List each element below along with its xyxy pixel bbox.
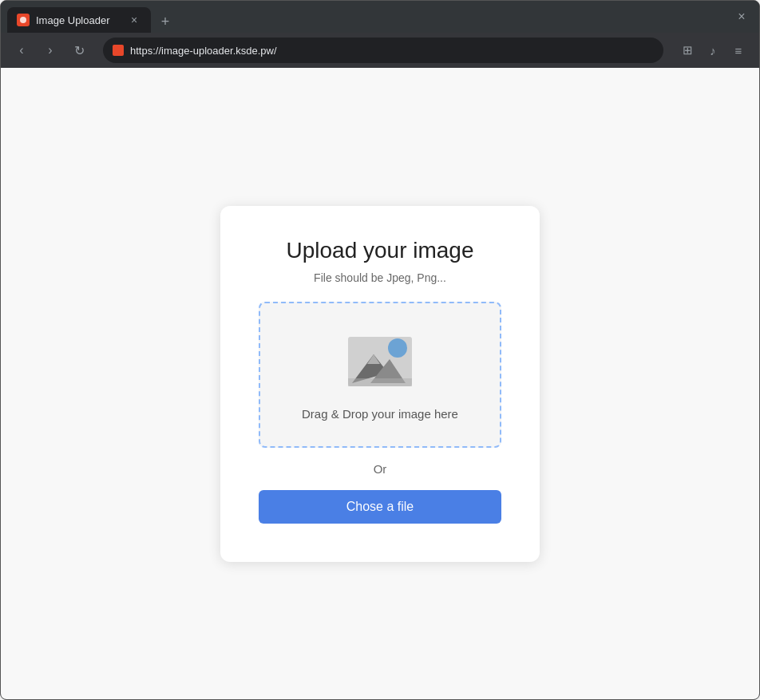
music-icon[interactable]: ♪: [702, 39, 724, 61]
address-favicon-icon: [113, 45, 124, 56]
svg-point-1: [388, 338, 407, 358]
or-divider: Or: [374, 462, 387, 476]
active-tab[interactable]: Image Uploader ×: [7, 7, 151, 33]
page-content: Upload your image File should be Jpeg, P…: [1, 68, 759, 699]
new-tab-button[interactable]: +: [154, 10, 176, 33]
window-close-button[interactable]: ×: [730, 6, 753, 28]
back-button[interactable]: ‹: [10, 39, 33, 61]
extensions-icon[interactable]: ⊞: [676, 39, 699, 61]
image-placeholder-icon: [340, 329, 420, 393]
toolbar: ‹ › ↻ https://image-uploader.ksde.pw/ ⊞ …: [1, 33, 759, 68]
upload-subtitle: File should be Jpeg, Png...: [314, 271, 446, 284]
drop-zone-text: Drag & Drop your image here: [302, 407, 458, 421]
drop-zone[interactable]: Drag & Drop your image here: [259, 302, 501, 448]
toolbar-icons: ⊞ ♪ ≡: [676, 39, 750, 61]
forward-button[interactable]: ›: [39, 39, 61, 61]
address-bar[interactable]: https://image-uploader.ksde.pw/: [103, 38, 663, 63]
tab-area: Image Uploader × +: [7, 1, 730, 33]
menu-icon[interactable]: ≡: [727, 39, 750, 61]
upload-card: Upload your image File should be Jpeg, P…: [220, 206, 540, 562]
choose-file-button[interactable]: Chose a file: [259, 490, 501, 524]
tab-favicon-icon: [17, 14, 30, 26]
tab-close-icon[interactable]: ×: [127, 13, 141, 27]
tab-title: Image Uploader: [36, 14, 121, 26]
upload-title: Upload your image: [286, 238, 473, 263]
browser-window: Image Uploader × + × ‹ › ↻ https://image…: [0, 0, 760, 700]
svg-rect-5: [348, 378, 412, 386]
title-bar: Image Uploader × + ×: [1, 1, 759, 33]
reload-button[interactable]: ↻: [68, 39, 90, 61]
url-text: https://image-uploader.ksde.pw/: [130, 45, 277, 57]
